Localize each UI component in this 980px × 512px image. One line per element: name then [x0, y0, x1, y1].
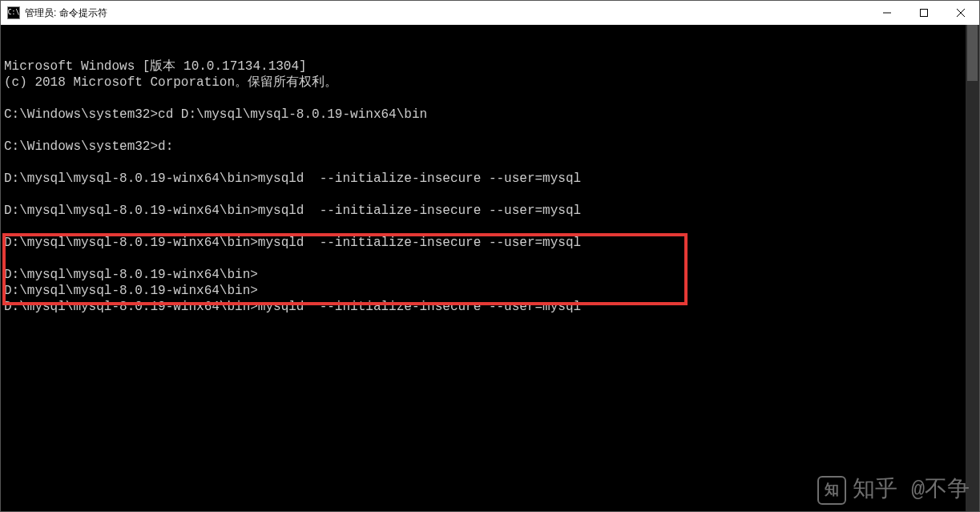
svg-rect-1: [921, 10, 928, 17]
console-line: [4, 123, 976, 139]
window-frame: C:\ 管理员: 命令提示符 Microsoft Windows [版本 10.…: [0, 0, 980, 512]
console-line: C:\Windows\system32>cd D:\mysql\mysql-8.…: [4, 107, 976, 123]
console-line: D:\mysql\mysql-8.0.19-winx64\bin>mysqld …: [4, 235, 976, 251]
app-icon: C:\: [7, 6, 20, 19]
maximize-button[interactable]: [905, 1, 942, 25]
maximize-icon: [920, 9, 928, 17]
console-line: Microsoft Windows [版本 10.0.17134.1304]: [4, 58, 976, 75]
minimize-button[interactable]: [869, 1, 905, 25]
zhihu-logo-icon: 知: [817, 476, 846, 505]
console-line: D:\mysql\mysql-8.0.19-winx64\bin>mysqld …: [4, 171, 976, 187]
console-area[interactable]: Microsoft Windows [版本 10.0.17134.1304](c…: [1, 25, 979, 511]
console-line: (c) 2018 Microsoft Corporation。保留所有权利。: [4, 75, 976, 91]
console-line: D:\mysql\mysql-8.0.19-winx64\bin>mysqld …: [4, 203, 976, 219]
console-line: C:\Windows\system32>d:: [4, 139, 976, 155]
scrollbar-thumb[interactable]: [967, 25, 978, 81]
console-line: D:\mysql\mysql-8.0.19-winx64\bin>: [4, 283, 976, 299]
console-line: [4, 91, 976, 107]
vertical-scrollbar[interactable]: [966, 25, 979, 511]
watermark-text: 知乎 @不争: [853, 482, 970, 498]
console-line: [4, 219, 976, 235]
window-title: 管理员: 命令提示符: [25, 6, 107, 20]
console-line: D:\mysql\mysql-8.0.19-winx64\bin>: [4, 267, 976, 283]
console-content: Microsoft Windows [版本 10.0.17134.1304](c…: [4, 58, 976, 315]
close-icon: [957, 9, 965, 17]
close-button[interactable]: [942, 1, 979, 25]
minimize-icon: [883, 9, 891, 17]
console-line: [4, 187, 976, 203]
console-line: [4, 155, 976, 171]
console-line: D:\mysql\mysql-8.0.19-winx64\bin>mysqld …: [4, 299, 976, 315]
titlebar[interactable]: C:\ 管理员: 命令提示符: [1, 1, 979, 25]
console-line: [4, 251, 976, 267]
watermark: 知 知乎 @不争: [817, 476, 970, 505]
